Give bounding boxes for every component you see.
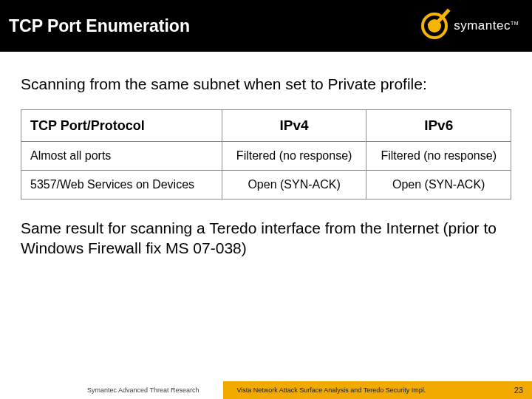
note-text: Same result for scanning a Teredo interf… [21, 219, 511, 259]
footer: Symantec Advanced Threat Research Vista … [0, 381, 532, 399]
cell-protocol: 5357/Web Services on Devices [21, 171, 222, 200]
cell-protocol: Almost all ports [21, 142, 222, 171]
footer-left: Symantec Advanced Threat Research [0, 386, 223, 394]
table-row: Almost all ports Filtered (no response) … [21, 142, 511, 171]
col-ipv4: IPv4 [222, 110, 366, 142]
lead-text: Scanning from the same subnet when set t… [21, 75, 511, 93]
slide: TCP Port Enumeration symantecTM Scanning… [0, 0, 532, 399]
cell-ipv4: Open (SYN-ACK) [222, 171, 366, 200]
col-protocol: TCP Port/Protocol [21, 110, 222, 142]
cell-ipv6: Filtered (no response) [366, 142, 511, 171]
cell-ipv6: Open (SYN-ACK) [366, 171, 511, 200]
table-row: 5357/Web Services on Devices Open (SYN-A… [21, 171, 511, 200]
footer-right-text: Vista Network Attack Surface Analysis an… [236, 386, 426, 394]
page-number: 23 [514, 386, 523, 395]
title-bar: TCP Port Enumeration symantecTM [0, 0, 532, 52]
slide-title: TCP Port Enumeration [9, 16, 190, 36]
brand-name: symantecTM [454, 18, 519, 33]
slide-content: Scanning from the same subnet when set t… [0, 52, 532, 381]
table-header-row: TCP Port/Protocol IPv4 IPv6 [21, 110, 511, 142]
symantec-logo-icon [421, 13, 448, 39]
cell-ipv4: Filtered (no response) [222, 142, 366, 171]
footer-right: Vista Network Attack Surface Analysis an… [223, 381, 532, 399]
brand-logo: symantecTM [421, 13, 519, 39]
port-table: TCP Port/Protocol IPv4 IPv6 Almost all p… [21, 109, 511, 200]
col-ipv6: IPv6 [366, 110, 511, 142]
